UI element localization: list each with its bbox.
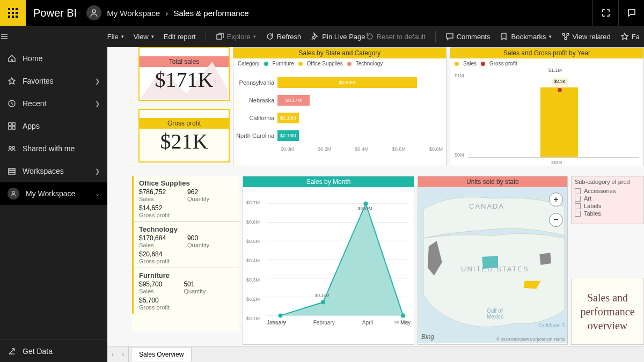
pin-button[interactable]: Pin Live Page	[311, 32, 365, 41]
svg-rect-9	[12, 127, 15, 129]
bar-row: North Carolina$0.10M	[233, 128, 443, 144]
expand-icon	[602, 9, 610, 17]
title-card: Sales and performance overview	[571, 278, 644, 345]
left-nav: Home Favorites❯ Recent❯ Apps Shared with…	[0, 47, 107, 362]
map-attribution: © 2019 Microsoft Corporation Terms	[496, 337, 565, 342]
chat-button[interactable]	[618, 0, 644, 26]
nav-favorites[interactable]: Favorites❯	[0, 70, 107, 92]
chevron-right-icon: ❯	[95, 100, 100, 107]
app-launcher-button[interactable]	[0, 0, 26, 26]
svg-point-11	[12, 146, 14, 149]
refresh-button[interactable]: Refresh	[266, 32, 302, 41]
chart-sales-by-month[interactable]: Sales by Month $0.7M$0.6M$0.5M$0.4M$0.	[243, 176, 414, 345]
workspaces-icon	[8, 167, 16, 175]
bookmarks-button[interactable]: Bookmarks▾	[500, 32, 551, 41]
home-icon	[8, 54, 16, 63]
gp-marker	[558, 88, 562, 92]
svg-point-27	[364, 202, 368, 206]
reset-button[interactable]: Reset to default	[365, 32, 426, 41]
tab-prev-button[interactable]: ‹	[112, 351, 114, 358]
slicer-title: Sub-category of prod	[572, 176, 643, 187]
chart-sales-by-year[interactable]: Sales and Gross profit by Year Sales Gro…	[450, 47, 644, 166]
view-related-button[interactable]: View related	[561, 32, 611, 41]
slicer-option[interactable]: Art	[572, 195, 643, 202]
slicer-subcategory[interactable]: Sub-category of prod Accessories Art Lab…	[571, 176, 644, 224]
tile-title: Units sold by state	[418, 176, 567, 187]
chart-legend: Category Furniture Office Supplies Techn…	[233, 58, 446, 69]
person-icon	[10, 190, 17, 197]
fullscreen-button[interactable]	[592, 0, 618, 26]
nav-workspaces[interactable]: Workspaces❯	[0, 160, 107, 182]
map-units-by-state[interactable]: Units sold by state CANADA UNITED STATES…	[418, 176, 568, 345]
page-tab[interactable]: Sales Overview	[131, 347, 192, 361]
tile-title: Sales and Gross profit by Year	[450, 48, 643, 58]
titlebar: Power BI My Workspace › Sales & performa…	[0, 0, 644, 26]
shared-icon	[8, 144, 16, 153]
svg-rect-7	[12, 123, 15, 125]
svg-point-15	[12, 191, 15, 194]
breadcrumb[interactable]: My Workspace › Sales & performance	[107, 9, 248, 18]
category-summary[interactable]: Office Supplies $786,752Sales962Quantity…	[132, 176, 239, 331]
bar-row: Pennsylvania$0.69M	[233, 75, 443, 91]
svg-rect-12	[9, 168, 15, 170]
command-bar: File▾ View▾ Edit report Explore▾ Refresh…	[0, 26, 644, 47]
nav-recent[interactable]: Recent❯	[0, 92, 107, 115]
tab-next-button[interactable]: ›	[122, 351, 124, 358]
bookmark-icon	[500, 32, 508, 41]
bar-row: Nebraska$0.17M	[233, 92, 443, 108]
star-icon	[620, 32, 629, 41]
svg-rect-14	[9, 173, 15, 174]
zoom-in-button[interactable]: +	[549, 193, 563, 206]
slicer-option[interactable]: Accessories	[572, 187, 643, 195]
view-menu[interactable]: View▾	[134, 33, 154, 41]
slicer-option[interactable]: Tables	[572, 210, 643, 217]
svg-point-25	[279, 313, 283, 317]
chevron-right-icon: ❯	[95, 78, 100, 85]
nav-apps[interactable]: Apps	[0, 115, 107, 137]
apps-icon	[8, 122, 16, 130]
page-tabs: ‹ › Sales Overview	[107, 346, 644, 362]
comment-icon	[445, 32, 454, 41]
pin-icon	[311, 32, 319, 41]
related-icon	[561, 32, 570, 41]
explore-icon	[216, 32, 224, 41]
tile-title: Sales by Month	[243, 176, 414, 187]
favorite-button[interactable]: Fa	[620, 32, 640, 41]
getdata-icon	[8, 347, 16, 356]
chart-legend: Sales Gross profit	[450, 58, 643, 69]
zoom-out-button[interactable]: −	[549, 213, 563, 227]
workspace-avatar[interactable]	[86, 5, 101, 20]
x-axis: $0.0M$0.2M$0.4M$0.6M$0.8M	[233, 145, 446, 152]
map-viewport[interactable]: CANADA UNITED STATES Gulf of Mexico Cari…	[418, 187, 567, 343]
waffle-icon	[8, 8, 18, 18]
svg-point-28	[401, 313, 405, 317]
explore-button[interactable]: Explore▾	[216, 32, 256, 41]
nav-my-workspace[interactable]: My Workspace⌄	[0, 182, 107, 205]
svg-point-10	[9, 146, 11, 149]
refresh-icon	[266, 32, 274, 41]
brand-label: Power BI	[33, 7, 77, 19]
chevron-down-icon: ⌄	[95, 190, 100, 197]
svg-rect-13	[9, 171, 15, 172]
bing-logo: Bing	[421, 333, 434, 341]
cat-card: Technology $170,684Sales900Quantity $20,…	[132, 221, 239, 268]
nav-home[interactable]: Home	[0, 47, 107, 70]
nav-get-data[interactable]: Get Data	[0, 339, 107, 362]
chart-sales-by-state[interactable]: Sales by State and Category Category Fur…	[233, 47, 447, 166]
chat-icon	[627, 9, 636, 17]
chevron-right-icon: ❯	[95, 168, 100, 175]
tile-title: Gross profit	[140, 118, 229, 129]
edit-report-button[interactable]: Edit report	[164, 33, 196, 41]
cat-card: Office Supplies $786,752Sales962Quantity…	[132, 176, 239, 221]
file-menu[interactable]: File▾	[107, 33, 124, 41]
svg-point-4	[565, 38, 567, 40]
bar-row: California$0.10M	[233, 110, 443, 126]
kpi-total-sales[interactable]: Total sales $171K	[138, 47, 230, 101]
svg-rect-1	[217, 34, 222, 39]
slicer-option[interactable]: Labels	[572, 202, 643, 210]
clock-icon	[8, 99, 16, 108]
comments-button[interactable]: Comments	[445, 32, 491, 41]
nav-shared[interactable]: Shared with me	[0, 137, 107, 160]
nav-toggle-button[interactable]	[0, 32, 21, 41]
kpi-gross-profit[interactable]: Gross profit $21K	[138, 109, 230, 162]
